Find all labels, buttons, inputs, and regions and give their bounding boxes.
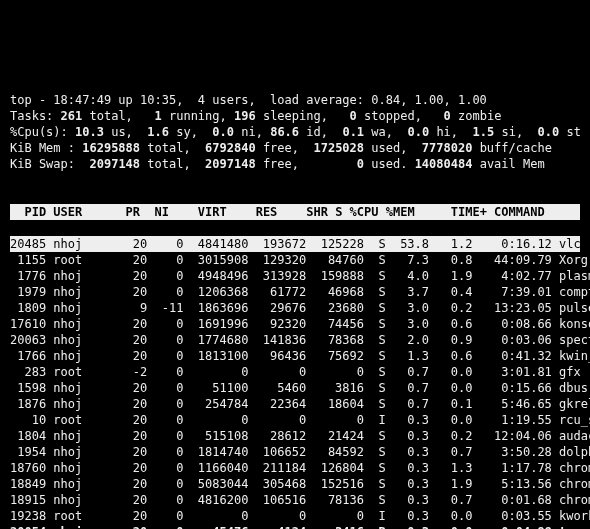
summary-line-cpu: %Cpu(s): 10.3 us, 1.6 sy, 0.0 ni, 86.6 i… (10, 125, 581, 139)
top-summary: top - 18:47:49 up 10:35, 4 users, load a… (10, 92, 580, 188)
col-header: S (328, 205, 342, 219)
process-row: 1155 root 20 0 3015908 129320 84760 S 7.… (10, 252, 580, 268)
col-header: %MEM (379, 205, 415, 219)
process-row: 1766 nhoj 20 0 1813100 96436 75692 S 1.3… (10, 348, 580, 364)
process-row: 1979 nhoj 20 0 1206368 61772 46968 S 3.7… (10, 284, 580, 300)
process-list: 20485 nhoj 20 0 4841480 193672 125228 S … (10, 236, 580, 529)
col-header: RES (227, 205, 278, 219)
col-header: SHR (277, 205, 328, 219)
col-header: COMMAND (487, 205, 590, 219)
process-row: 20054 nhoj 20 0 45476 4124 3416 R 0.3 0.… (10, 524, 580, 529)
col-header: %CPU (342, 205, 378, 219)
process-row: 18849 nhoj 20 0 5083044 305468 152516 S … (10, 476, 580, 492)
col-header: USER (46, 205, 111, 219)
summary-line-tasks: Tasks: 261 total, 1 running, 196 sleepin… (10, 109, 501, 123)
col-header: PID (10, 205, 46, 219)
process-row: 10 root 20 0 0 0 0 I 0.3 0.0 1:19.55 rcu… (10, 412, 580, 428)
process-row: 17610 nhoj 20 0 1691996 92320 74456 S 3.… (10, 316, 580, 332)
process-row: 1876 nhoj 20 0 254784 22364 18604 S 0.7 … (10, 396, 580, 412)
process-row: 283 root -2 0 0 0 0 S 0.7 0.0 3:01.81 gf… (10, 364, 580, 380)
column-header-row: PID USER PR NI VIRT RES SHR S %CPU %MEM … (10, 204, 580, 220)
process-row: 19238 root 20 0 0 0 0 I 0.3 0.0 0:03.55 … (10, 508, 580, 524)
process-row: 1776 nhoj 20 0 4948496 313928 159888 S 4… (10, 268, 580, 284)
summary-line-mem: KiB Mem : 16295888 total, 6792840 free, … (10, 141, 552, 155)
process-row: 18760 nhoj 20 0 1166040 211184 126804 S … (10, 460, 580, 476)
process-row: 1954 nhoj 20 0 1814740 106652 84592 S 0.… (10, 444, 580, 460)
process-row: 18915 nhoj 20 0 4816200 106516 78136 S 0… (10, 492, 580, 508)
process-row: 20063 nhoj 20 0 1774680 141836 78368 S 2… (10, 332, 580, 348)
col-header: NI (140, 205, 169, 219)
col-header: TIME+ (415, 205, 487, 219)
process-row: 1598 nhoj 20 0 51100 5460 3816 S 0.7 0.0… (10, 380, 580, 396)
col-header: VIRT (169, 205, 227, 219)
process-row: 1804 nhoj 20 0 515108 28612 21424 S 0.3 … (10, 428, 580, 444)
process-row: 20485 nhoj 20 0 4841480 193672 125228 S … (10, 236, 580, 252)
summary-line-1: top - 18:47:49 up 10:35, 4 users, load a… (10, 93, 487, 107)
summary-line-swap: KiB Swap: 2097148 total, 2097148 free, 0… (10, 157, 552, 171)
process-row: 1809 nhoj 9 -11 1863696 29676 23680 S 3.… (10, 300, 580, 316)
col-header: PR (111, 205, 140, 219)
